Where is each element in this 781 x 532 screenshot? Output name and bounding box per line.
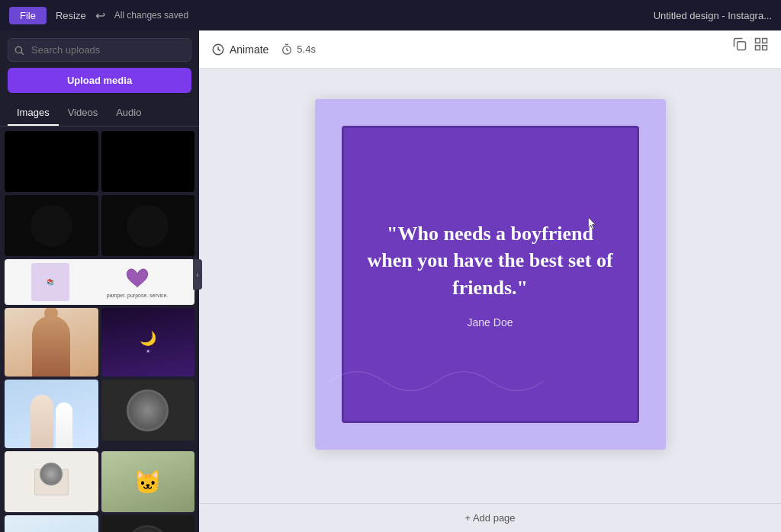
collapse-handle[interactable]: ‹	[193, 259, 202, 290]
list-item[interactable]: 🕊️	[5, 515, 98, 532]
search-area	[0, 30, 199, 68]
grid-icon[interactable]	[754, 37, 769, 56]
quote-text: "Who needs a boyfriend when you have the…	[367, 220, 614, 300]
svg-rect-7	[756, 46, 760, 50]
tab-images[interactable]: Images	[8, 101, 59, 126]
tab-audio[interactable]: Audio	[107, 101, 150, 126]
tab-videos[interactable]: Videos	[59, 101, 108, 126]
list-item[interactable]	[101, 380, 195, 441]
svg-point-0	[15, 46, 21, 53]
main-layout: Upload media Images Videos Audio 📚	[0, 30, 781, 532]
resize-button[interactable]: Resize	[56, 10, 86, 21]
saved-status: All changes saved	[114, 10, 644, 21]
animate-icon	[211, 43, 225, 56]
toolbar-row: Animate 5.4s	[199, 30, 781, 69]
top-right-icons	[732, 37, 769, 56]
svg-rect-4	[738, 42, 746, 50]
svg-rect-5	[756, 39, 760, 43]
timer-value: 5.4s	[297, 43, 316, 55]
author-text: Jane Doe	[468, 316, 513, 328]
list-item[interactable]: 🐱	[101, 451, 195, 512]
list-item[interactable]	[5, 451, 98, 512]
upload-media-button[interactable]: Upload media	[8, 68, 191, 93]
timer-icon	[281, 43, 293, 56]
search-wrapper	[8, 38, 191, 62]
design-canvas[interactable]: "Who needs a boyfriend when you have the…	[315, 99, 666, 450]
list-item[interactable]	[101, 515, 195, 532]
add-page-button[interactable]: + Add page	[464, 512, 515, 524]
sidebar: Upload media Images Videos Audio 📚	[0, 30, 199, 532]
undo-button[interactable]: ↩	[95, 8, 105, 23]
image-grid: 📚 pamper. purpose. service. 🌙 ★	[0, 127, 199, 532]
top-bar: File Resize ↩ All changes saved Untitled…	[0, 0, 781, 30]
canvas-area: "Who needs a boyfriend when you have the…	[199, 69, 781, 503]
timer-display: 5.4s	[281, 43, 316, 56]
list-item[interactable]	[5, 195, 98, 256]
animate-button[interactable]: Animate	[211, 43, 268, 56]
main-content: Animate 5.4s	[199, 30, 781, 532]
list-item[interactable]: 🌙 ★	[101, 308, 195, 377]
svg-rect-8	[763, 46, 767, 50]
media-tabs: Images Videos Audio	[0, 101, 199, 127]
search-input[interactable]	[8, 38, 191, 62]
list-item[interactable]	[101, 195, 195, 256]
svg-rect-6	[763, 39, 767, 43]
list-item[interactable]	[5, 308, 98, 377]
file-button[interactable]: File	[9, 7, 47, 24]
list-item[interactable]: 📚 pamper. purpose. service.	[5, 259, 194, 305]
document-title: Untitled design - Instagra...	[654, 10, 772, 21]
copy-icon[interactable]	[732, 37, 747, 56]
add-page-bar: + Add page	[199, 503, 781, 532]
list-item[interactable]	[5, 131, 98, 192]
search-icon	[14, 45, 24, 56]
svg-line-1	[21, 52, 24, 54]
wave-decoration	[330, 358, 544, 404]
animate-label: Animate	[230, 43, 268, 56]
list-item[interactable]	[101, 131, 195, 192]
list-item[interactable]	[5, 380, 98, 448]
